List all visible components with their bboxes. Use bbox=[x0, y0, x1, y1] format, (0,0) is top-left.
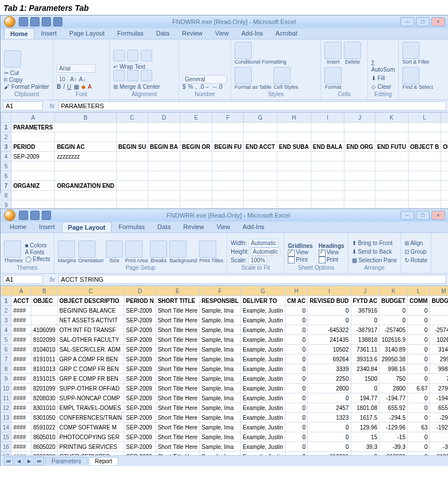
fill-button[interactable]: ⬇ Fill bbox=[371, 75, 385, 81]
cell[interactable]: 0 bbox=[308, 432, 351, 442]
cell[interactable]: 0 bbox=[285, 325, 307, 335]
cell[interactable] bbox=[116, 191, 148, 200]
cell[interactable]: 1617.5 bbox=[351, 413, 379, 423]
align-button[interactable]: ⊞ Align bbox=[405, 240, 423, 246]
cell[interactable]: 63 bbox=[407, 423, 430, 432]
ribbon-tab-review[interactable]: Review bbox=[177, 222, 209, 232]
row-header[interactable]: 14 bbox=[1, 423, 11, 432]
cell[interactable]: 0 bbox=[407, 316, 430, 325]
cond-format-icon[interactable] bbox=[235, 42, 252, 59]
cell[interactable]: 0 bbox=[407, 325, 430, 335]
cell[interactable] bbox=[408, 171, 441, 181]
cell[interactable]: Short Title Here bbox=[156, 384, 199, 393]
cell[interactable]: SEP-2009 bbox=[124, 432, 156, 442]
cell[interactable]: 2340.84 bbox=[351, 364, 379, 374]
cell[interactable]: PRINTING SERVICES bbox=[57, 442, 124, 452]
cell[interactable]: GRP C COMP FR BEN bbox=[57, 364, 124, 374]
cell[interactable] bbox=[116, 161, 148, 171]
cell[interactable] bbox=[116, 132, 148, 142]
cell[interactable]: CONFERENCES/TRAIN bbox=[57, 413, 124, 423]
cell[interactable]: #### bbox=[11, 432, 31, 442]
cell[interactable]: 2457 bbox=[308, 403, 351, 413]
cell[interactable]: -257405 bbox=[379, 325, 407, 335]
cell[interactable]: COMP SOFTWARE M bbox=[57, 423, 124, 432]
row-header[interactable]: 2 bbox=[1, 132, 11, 142]
cell[interactable]: SEP-2009 bbox=[124, 335, 156, 345]
size-icon[interactable] bbox=[106, 240, 123, 258]
cell[interactable]: SAL-SECR/CLER. ADM bbox=[57, 345, 124, 354]
col-header[interactable]: I bbox=[308, 286, 351, 296]
row-header[interactable]: 10 bbox=[1, 384, 11, 393]
ribbon-tab-add-ins[interactable]: Add-Ins bbox=[237, 222, 270, 232]
cell[interactable]: 7361.11 bbox=[351, 345, 379, 354]
row-header[interactable]: 11 bbox=[1, 393, 11, 403]
col-header[interactable]: L bbox=[407, 286, 430, 296]
cell[interactable]: 0 bbox=[285, 413, 307, 423]
cell[interactable] bbox=[116, 171, 148, 181]
cell[interactable]: -39.3 bbox=[379, 442, 407, 452]
cell[interactable]: 0 bbox=[285, 403, 307, 413]
autosum-button[interactable]: Σ AutoSum bbox=[371, 60, 395, 73]
cell[interactable] bbox=[212, 171, 244, 181]
cell[interactable]: -192.96 bbox=[430, 423, 448, 432]
row-header[interactable]: 1 bbox=[1, 123, 11, 132]
cell[interactable]: OTH INT FD TRANSF bbox=[57, 325, 124, 335]
cell[interactable]: -194.77 bbox=[379, 393, 407, 403]
italic-button[interactable]: I bbox=[64, 84, 65, 90]
maximize-button[interactable]: □ bbox=[416, 211, 430, 220]
cell[interactable]: END ORG bbox=[344, 142, 375, 152]
cell[interactable]: #### bbox=[11, 306, 31, 316]
cell[interactable]: Sample, Ima bbox=[200, 442, 241, 452]
cell[interactable] bbox=[55, 132, 116, 142]
cell[interactable]: #### bbox=[11, 442, 31, 452]
cell[interactable]: 0 bbox=[407, 306, 430, 316]
qat-undo-icon[interactable] bbox=[30, 211, 39, 220]
cell[interactable]: Short Title Here bbox=[156, 432, 199, 442]
close-button[interactable]: × bbox=[431, 211, 445, 220]
cell[interactable]: PERIOD bbox=[11, 142, 55, 152]
align-bottom-icon[interactable] bbox=[141, 50, 152, 61]
cell[interactable]: BEGIN BA bbox=[148, 142, 180, 152]
cell[interactable]: Example, Justin bbox=[241, 393, 286, 403]
cell[interactable] bbox=[180, 152, 212, 161]
minimize-button[interactable]: – bbox=[401, 211, 414, 220]
cell[interactable]: 2793.3 bbox=[430, 384, 448, 393]
cell[interactable]: Example, Justin bbox=[241, 432, 286, 442]
cell[interactable]: DELIVER TO bbox=[241, 296, 286, 306]
cell[interactable]: Short Title Here bbox=[156, 335, 199, 345]
find-select-icon[interactable] bbox=[402, 67, 419, 84]
cell[interactable]: SEP-2009 bbox=[124, 413, 156, 423]
cell[interactable] bbox=[244, 171, 277, 181]
row-header[interactable]: 6 bbox=[1, 345, 11, 354]
cell[interactable]: Sample, Ima bbox=[200, 325, 241, 335]
cell[interactable] bbox=[244, 161, 277, 171]
font-color-icon[interactable]: A bbox=[88, 84, 92, 90]
tab-prev-icon[interactable]: ◀ bbox=[14, 456, 23, 466]
cell[interactable]: Sample, Ima bbox=[200, 345, 241, 354]
ribbon-tab-review[interactable]: Review bbox=[176, 28, 208, 39]
cell[interactable]: 0 bbox=[285, 306, 307, 316]
cell[interactable]: SEP-2009 bbox=[124, 393, 156, 403]
increase-decimal-icon[interactable]: .0→ bbox=[199, 84, 209, 90]
cell[interactable]: Sample, Ima bbox=[200, 364, 241, 374]
cell[interactable]: SEP-2009 bbox=[124, 306, 156, 316]
cell[interactable]: 750 bbox=[430, 374, 448, 384]
merge-center-button[interactable]: ⊞ Merge & Center bbox=[113, 84, 160, 90]
cell[interactable]: 0 bbox=[407, 413, 430, 423]
cell[interactable] bbox=[344, 152, 375, 161]
qat-save-icon[interactable] bbox=[19, 211, 28, 220]
qat-undo-icon[interactable] bbox=[30, 17, 39, 26]
cell[interactable]: 8208030 bbox=[31, 393, 57, 403]
col-header[interactable]: J bbox=[344, 113, 375, 123]
cell[interactable]: END SUBA bbox=[277, 142, 311, 152]
cell[interactable]: OBJECT DESCRIPTIO bbox=[57, 296, 124, 306]
ribbon-tab-view[interactable]: View bbox=[211, 222, 236, 232]
cell[interactable] bbox=[441, 123, 448, 132]
comma-icon[interactable]: , bbox=[195, 84, 197, 90]
cell[interactable]: 102617 bbox=[430, 335, 448, 345]
tab-first-icon[interactable]: ⏮ bbox=[4, 456, 13, 466]
cell[interactable] bbox=[311, 132, 344, 142]
number-format-select[interactable]: General bbox=[183, 75, 227, 84]
cell[interactable]: 0 bbox=[308, 393, 351, 403]
cell[interactable]: 0 bbox=[379, 316, 407, 325]
